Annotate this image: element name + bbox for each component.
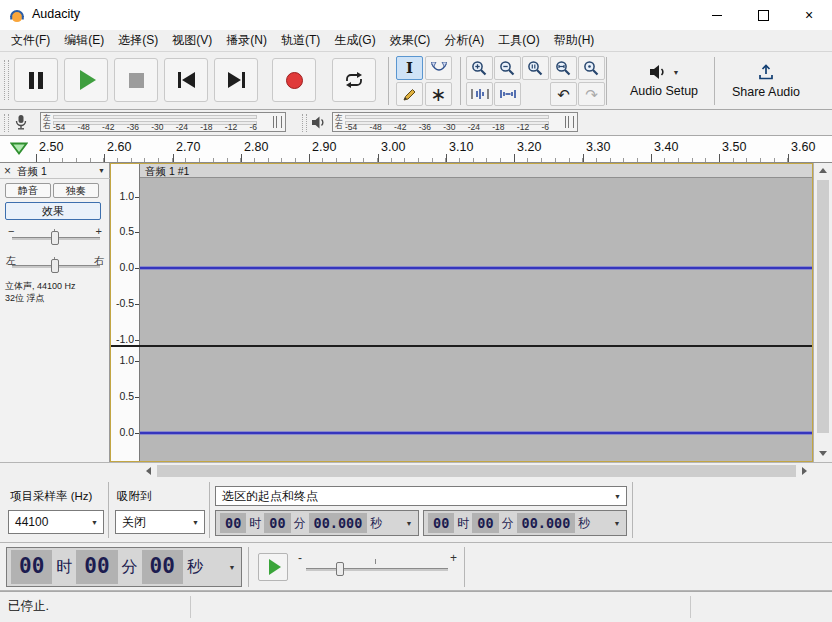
menu-select[interactable]: 选择(S) xyxy=(111,29,165,52)
track-menu-button[interactable]: ▼ xyxy=(98,167,105,174)
minutes-field[interactable]: 00 xyxy=(264,513,290,534)
menu-analyze[interactable]: 分析(A) xyxy=(437,29,491,52)
chevron-down-icon[interactable]: ▼ xyxy=(226,564,238,571)
zoom-selection-button[interactable] xyxy=(522,56,549,80)
waveform-area[interactable]: 音频 1 #1 xyxy=(140,163,813,462)
menu-edit[interactable]: 编辑(E) xyxy=(57,29,111,52)
record-meter-resize-handle[interactable] xyxy=(273,116,282,128)
clip-header[interactable]: 音频 1 #1 xyxy=(140,163,813,178)
play-at-speed-icon xyxy=(269,559,281,575)
play-at-speed-button[interactable] xyxy=(258,553,288,581)
scale-label: 0.0 xyxy=(110,427,134,438)
gain-slider-thumb[interactable] xyxy=(51,231,59,245)
play-speed-slider[interactable] xyxy=(306,557,448,579)
selection-end-time[interactable]: 00 时 00 分 00.000 秒 ▼ xyxy=(423,510,627,536)
menu-help[interactable]: 帮助(H) xyxy=(547,29,602,52)
maximize-button[interactable] xyxy=(740,0,786,30)
scroll-up-icon[interactable] xyxy=(819,168,827,173)
zoom-in-button[interactable] xyxy=(466,56,493,80)
envelope-tool-button[interactable] xyxy=(425,56,452,80)
audio-position-display[interactable]: 00 时 00 分 00 秒 ▼ xyxy=(6,547,242,587)
menu-transport[interactable]: 播录(N) xyxy=(219,29,274,52)
clip-title: 音频 1 #1 xyxy=(145,165,189,179)
chevron-down-icon[interactable]: ▼ xyxy=(611,520,623,527)
trim-audio-button[interactable] xyxy=(466,82,493,106)
minutes-field[interactable]: 00 xyxy=(76,550,117,583)
vertical-scrollbar-thumb[interactable] xyxy=(817,180,829,433)
waveform-channel-1 xyxy=(140,267,813,269)
chevron-down-icon: ▼ xyxy=(86,511,103,533)
title-bar: Audacity × xyxy=(0,0,832,30)
silence-audio-button[interactable] xyxy=(494,82,521,106)
playback-meter-resize-handle[interactable] xyxy=(565,116,574,128)
draw-tool-button[interactable] xyxy=(396,82,423,106)
minutes-field[interactable]: 00 xyxy=(472,513,498,534)
vertical-scale-ruler[interactable]: 1.0 0.5 0.0 -0.5 -1.0 1.0 0.5 0.0 xyxy=(110,163,140,462)
menu-tracks[interactable]: 轨道(T) xyxy=(274,29,327,52)
menu-generate[interactable]: 生成(G) xyxy=(327,29,382,52)
timeline-ruler[interactable]: 2.50 2.60 2.70 2.80 2.90 3.00 3.10 3.20 … xyxy=(0,136,832,163)
vertical-scrollbar[interactable] xyxy=(813,163,832,462)
solo-button[interactable]: 独奏 xyxy=(53,183,99,198)
seconds-field[interactable]: 00.000 xyxy=(517,513,576,534)
pan-slider[interactable]: 左 右 xyxy=(4,251,106,275)
project-rate-select[interactable]: 44100 ▼ xyxy=(8,510,104,534)
seconds-field[interactable]: 00 xyxy=(142,550,183,583)
hours-field[interactable]: 00 xyxy=(428,513,454,534)
skip-to-start-button[interactable] xyxy=(164,58,208,102)
zoom-fit-button[interactable] xyxy=(550,56,577,80)
play-button[interactable] xyxy=(64,58,108,102)
scroll-right-icon[interactable] xyxy=(796,463,813,479)
selection-start-time[interactable]: 00 时 00 分 00.000 秒 ▼ xyxy=(215,510,419,536)
record-button[interactable] xyxy=(272,58,316,102)
undo-button[interactable]: ↶ xyxy=(550,82,577,106)
selection-tool-button[interactable]: I xyxy=(396,56,423,80)
menu-effect[interactable]: 效果(C) xyxy=(383,29,438,52)
window-title: Audacity xyxy=(32,7,80,21)
audio-setup-button[interactable]: ▼ Audio Setup xyxy=(616,56,712,106)
share-audio-button[interactable]: Share Audio xyxy=(722,56,810,106)
transport-toolbar-grip[interactable] xyxy=(4,60,9,100)
play-head-pointer-icon[interactable] xyxy=(10,142,28,155)
playback-meter-grip[interactable] xyxy=(302,114,307,132)
horizontal-scrollbar[interactable] xyxy=(0,462,832,479)
pause-button[interactable] xyxy=(14,58,58,102)
pan-slider-thumb[interactable] xyxy=(51,259,59,273)
multi-tool-button[interactable]: ∗ xyxy=(425,82,452,106)
scroll-down-icon[interactable] xyxy=(819,451,827,456)
zoom-out-button[interactable] xyxy=(494,56,521,80)
speed-slider-thumb[interactable] xyxy=(336,562,344,576)
snap-select[interactable]: 关闭 ▼ xyxy=(115,510,205,534)
effects-button[interactable]: 效果 xyxy=(5,202,101,220)
zoom-toggle-button[interactable] xyxy=(578,56,605,80)
playback-meter[interactable]: 左 右 -54-48-42 -36-30-24 -18-12-6 xyxy=(332,112,578,132)
chevron-down-icon: ▼ xyxy=(609,487,626,505)
gain-slider[interactable]: − + xyxy=(4,223,106,247)
selection-range-select[interactable]: 选区的起点和终点 ▼ xyxy=(215,486,627,506)
timeline-label: 2.90 xyxy=(312,140,336,154)
undo-icon: ↶ xyxy=(557,87,570,102)
stop-button[interactable] xyxy=(114,58,158,102)
chevron-down-icon[interactable]: ▼ xyxy=(403,520,415,527)
menu-file[interactable]: 文件(F) xyxy=(4,29,57,52)
mute-button[interactable]: 静音 xyxy=(5,183,51,198)
redo-button[interactable]: ↷ xyxy=(578,82,605,106)
menu-tools[interactable]: 工具(O) xyxy=(491,29,546,52)
loop-button[interactable] xyxy=(332,58,376,102)
menu-view[interactable]: 视图(V) xyxy=(165,29,219,52)
record-meter[interactable]: 左 右 -54-48-42 -36-30-24 -18-12-6 xyxy=(40,112,286,132)
toolbar-separator xyxy=(464,547,465,587)
hours-field[interactable]: 00 xyxy=(11,550,52,583)
minimize-button[interactable] xyxy=(694,0,740,30)
seconds-field[interactable]: 00.000 xyxy=(309,513,368,534)
close-button[interactable]: × xyxy=(786,0,832,30)
track-name[interactable]: 音频 1 xyxy=(17,165,47,179)
minutes-unit: 分 xyxy=(119,557,141,578)
horizontal-scrollbar-thumb[interactable] xyxy=(157,465,796,477)
timeline-tick xyxy=(104,154,105,162)
hours-field[interactable]: 00 xyxy=(220,513,246,534)
record-meter-grip[interactable] xyxy=(4,114,9,132)
scroll-left-icon[interactable] xyxy=(140,463,157,479)
skip-to-end-button[interactable] xyxy=(214,58,258,102)
track-close-button[interactable]: × xyxy=(4,164,11,178)
